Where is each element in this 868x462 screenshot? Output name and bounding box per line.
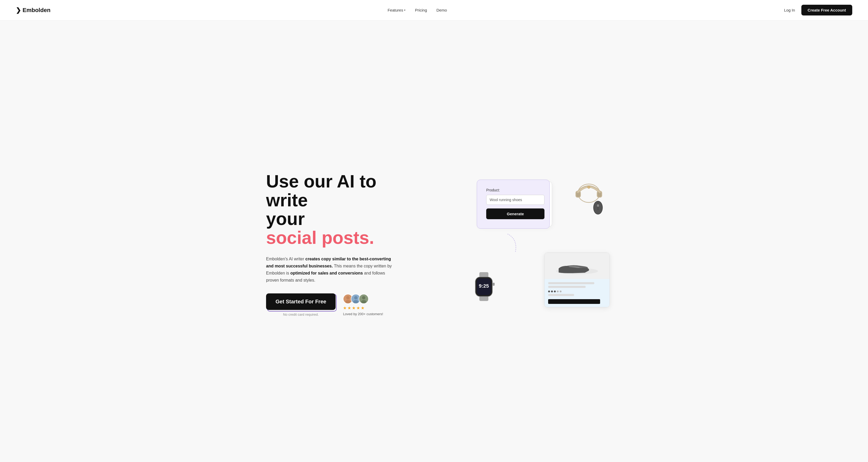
connector-svg [502,234,528,255]
logo[interactable]: ❯ Embolden [16,6,51,14]
create-account-button[interactable]: Create Free Account [801,5,852,15]
shoe-cta-bar [548,299,600,304]
cta-wrapper: Get Started For Free No credit card requ… [266,293,336,317]
svg-rect-21 [479,296,488,301]
svg-point-1 [346,296,350,299]
svg-point-30 [559,267,567,271]
social-proof: ★ ★ ★ ★ ★ Loved by 200+ customers! [343,294,383,316]
star-rating: ★ ★ ★ ★ ★ [343,305,383,310]
nav-links: Features ▾ Pricing Demo [388,8,447,12]
nav-actions: Log In Create Free Account [784,5,852,15]
generate-button[interactable]: Generate [486,208,545,219]
mouse-image [591,197,604,217]
watch-image: 9:25 [471,272,502,302]
svg-rect-26 [493,283,495,286]
svg-point-5 [353,300,359,304]
login-link[interactable]: Log In [784,8,795,12]
get-started-button[interactable]: Get Started For Free [266,293,336,310]
svg-point-8 [361,300,367,304]
nav-features[interactable]: Features ▾ [388,8,405,12]
shoe-line-3 [548,294,574,296]
hero-actions: Get Started For Free No credit card requ… [266,293,408,317]
svg-point-15 [588,186,590,188]
shoe-dots [548,291,606,292]
avatar-group [343,294,383,304]
nav-pricing[interactable]: Pricing [415,8,427,12]
logo-text: Embolden [23,7,51,13]
shoe-image-area [545,253,610,279]
no-credit-card-text: No credit card required. [283,312,319,317]
navbar: ❯ Embolden Features ▾ Pricing Demo Log I… [0,0,868,21]
hero-visuals: Product: Generate [471,182,602,307]
logo-arrow-icon: ❯ [16,6,21,14]
hero-title: Use our AI to write your social posts. [266,172,408,247]
svg-point-4 [354,296,358,299]
svg-rect-20 [479,272,488,277]
social-proof-text: Loved by 200+ customers! [343,312,383,316]
svg-point-2 [346,300,351,304]
product-card: Product: Generate [478,182,552,227]
hero-section: Use our AI to write your social posts. E… [250,21,618,462]
nav-demo[interactable]: Demo [436,8,447,12]
svg-point-19 [597,204,599,207]
svg-point-7 [362,296,366,299]
svg-text:9:25: 9:25 [479,283,489,289]
product-label: Product: [486,188,545,192]
chevron-down-icon: ▾ [404,9,405,11]
product-input[interactable] [486,195,545,205]
avatar [359,294,369,304]
shoe-details [545,279,610,307]
hero-description: Embolden's AI writer creates copy simila… [266,255,397,284]
shoe-card [544,253,610,307]
hero-content: Use our AI to write your social posts. E… [266,172,408,316]
shoe-line-1 [548,282,594,284]
shoe-line-2 [548,286,586,288]
